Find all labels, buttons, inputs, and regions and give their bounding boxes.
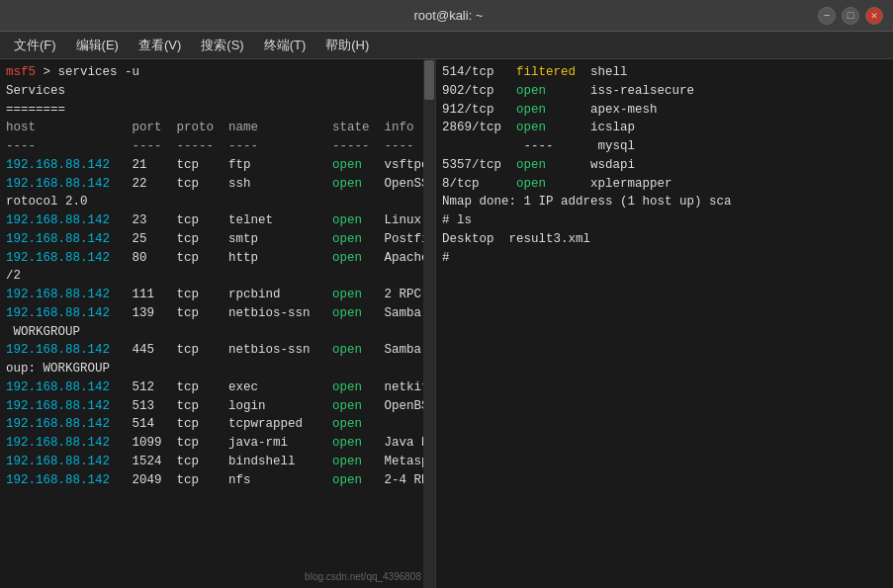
terminal-line: 902/tcp open iss-realsecure xyxy=(442,82,887,101)
window-title: root@kali: ~ xyxy=(79,8,818,23)
menu-item[interactable]: 文件(F) xyxy=(6,35,64,56)
terminal-line: 5357/tcp open wsdapi xyxy=(442,156,887,175)
close-button[interactable]: ✕ xyxy=(865,7,883,25)
terminal-line: 192.168.88.142 80 tcp http open Apache h… xyxy=(6,249,429,268)
menu-bar: 文件(F)编辑(E)查看(V)搜索(S)终端(T)帮助(H) xyxy=(0,32,893,59)
terminal-line: 192.168.88.142 1099 tcp java-rmi open Ja… xyxy=(6,434,429,453)
terminal-line: oup: WORKGROUP xyxy=(6,360,429,378)
terminal-line: 192.168.88.142 512 tcp exec open netkit-… xyxy=(6,378,429,397)
terminal-line: 192.168.88.142 514 tcp tcpwrapped open xyxy=(6,415,429,434)
terminal-left[interactable]: msf5 > services -uServices========host p… xyxy=(0,59,435,588)
scrollbar[interactable] xyxy=(423,59,435,588)
terminal-line: Desktop result3.xml xyxy=(442,230,887,249)
terminal-line: # ls xyxy=(442,211,887,230)
terminal-line: # xyxy=(442,249,887,268)
main-area: msf5 > services -uServices========host p… xyxy=(0,59,893,588)
menu-item[interactable]: 搜索(S) xyxy=(193,35,251,56)
terminal-line: 192.168.88.142 445 tcp netbios-ssn open … xyxy=(6,341,429,360)
terminal-line: rotocol 2.0 xyxy=(6,193,429,211)
window-controls[interactable]: − □ ✕ xyxy=(818,7,883,25)
terminal-line: 912/tcp open apex-mesh xyxy=(442,101,887,120)
terminal-line: 192.168.88.142 111 tcp rpcbind open 2 RP… xyxy=(6,286,429,304)
menu-item[interactable]: 编辑(E) xyxy=(68,35,127,56)
terminal-line: ======== xyxy=(6,101,429,120)
terminal-line: 192.168.88.142 513 tcp login open OpenBS… xyxy=(6,397,429,416)
menu-item[interactable]: 查看(V) xyxy=(131,35,189,56)
terminal-line: 192.168.88.142 1524 tcp bindshell open M… xyxy=(6,453,429,471)
menu-item[interactable]: 帮助(H) xyxy=(317,35,377,56)
title-bar: root@kali: ~ − □ ✕ xyxy=(0,0,893,32)
terminal-line: 192.168.88.142 22 tcp ssh open OpenSSH 4… xyxy=(6,175,429,194)
terminal-line: ---- mysql xyxy=(442,137,887,156)
terminal-line: 514/tcp filtered shell xyxy=(442,63,887,82)
terminal-line: 192.168.88.142 23 tcp telnet open Linux … xyxy=(6,211,429,230)
terminal-line: 192.168.88.142 139 tcp netbios-ssn open … xyxy=(6,304,429,323)
menu-item[interactable]: 终端(T) xyxy=(256,35,314,56)
terminal-line: Nmap done: 1 IP address (1 host up) sca xyxy=(442,193,887,211)
terminal-right[interactable]: 514/tcp filtered shell902/tcp open iss-r… xyxy=(435,59,893,588)
terminal-line: /2 xyxy=(6,267,429,286)
terminal-line: 8/tcp open xplermapper xyxy=(442,175,887,194)
watermark: blog.csdn.net/qq_4396808 xyxy=(305,569,421,584)
terminal-line: 2869/tcp open icslap xyxy=(442,119,887,137)
terminal-line: host port proto name state info xyxy=(6,119,429,137)
terminal-line: 192.168.88.142 25 tcp smtp open Postfix … xyxy=(6,230,429,249)
terminal-line: 192.168.88.142 2049 tcp nfs open 2-4 RPC… xyxy=(6,471,429,490)
scrollbar-thumb[interactable] xyxy=(424,60,434,100)
terminal-line: msf5 > services -u xyxy=(6,63,429,82)
terminal-line: 192.168.88.142 21 tcp ftp open vsftpd 2.… xyxy=(6,156,429,175)
terminal-line: ---- ---- ----- ---- ----- ---- xyxy=(6,137,429,156)
terminal-line: Services xyxy=(6,82,429,101)
maximize-button[interactable]: □ xyxy=(842,7,859,25)
terminal-line: WORKGROUP xyxy=(6,323,429,342)
minimize-button[interactable]: − xyxy=(818,7,836,25)
